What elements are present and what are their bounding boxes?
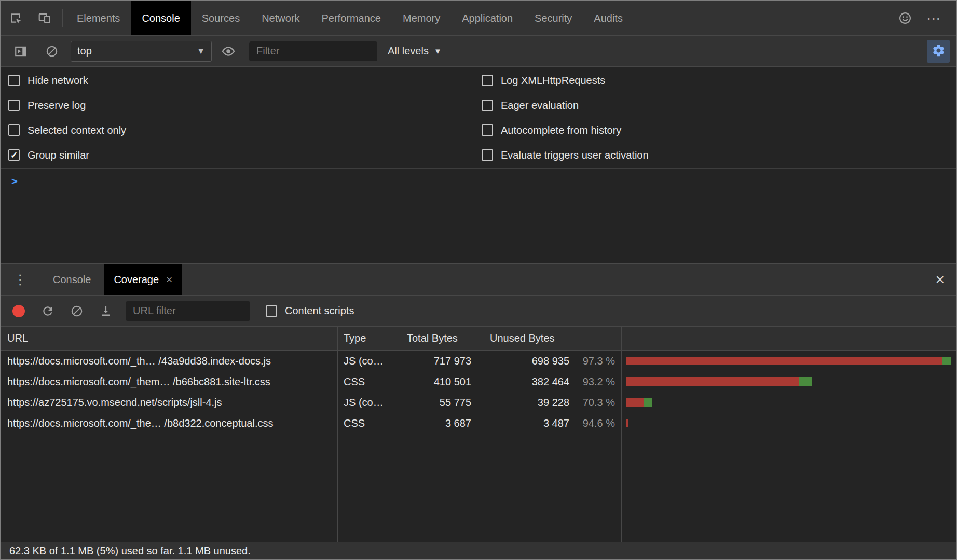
console-filter-input[interactable] bbox=[249, 41, 377, 61]
column-header-unused-bytes[interactable]: Unused Bytes bbox=[484, 332, 621, 344]
checkbox-autocomplete-from-history[interactable]: Autocomplete from history bbox=[482, 118, 956, 143]
cell-unused-bytes: 698 935 97.3 % bbox=[484, 355, 621, 367]
coverage-table: URL Type Total Bytes Unused Bytes https:… bbox=[1, 327, 956, 542]
checkbox-content-scripts[interactable]: Content scripts bbox=[266, 305, 354, 317]
console-settings-panel: Hide network Preserve log Selected conte… bbox=[1, 67, 956, 169]
cell-total-bytes: 717 973 bbox=[401, 355, 484, 367]
tab-sources[interactable]: Sources bbox=[191, 1, 251, 35]
record-coverage-button[interactable] bbox=[4, 305, 33, 317]
cell-url: https://docs.microsoft.com/_them… /b66bc… bbox=[1, 376, 337, 388]
checkbox-label: Preserve log bbox=[28, 100, 86, 111]
checkbox-box[interactable] bbox=[482, 149, 493, 161]
column-divider[interactable] bbox=[337, 327, 338, 542]
cell-total-bytes: 410 501 bbox=[401, 376, 484, 388]
device-toolbar-button[interactable] bbox=[30, 1, 59, 35]
feedback-button[interactable] bbox=[891, 11, 920, 25]
table-row[interactable]: https://docs.microsoft.com/_them… /b66bc… bbox=[1, 371, 956, 392]
drawer-menu-button[interactable]: ⋮ bbox=[1, 264, 39, 295]
drawer-tab-coverage[interactable]: Coverage × bbox=[104, 264, 182, 295]
smiley-icon bbox=[898, 11, 912, 25]
context-value: top bbox=[77, 45, 92, 57]
url-filter-input[interactable] bbox=[126, 301, 250, 321]
tab-security[interactable]: Security bbox=[524, 1, 583, 35]
console-toolbar: top ▼ All levels ▼ bbox=[1, 36, 956, 67]
console-messages-area[interactable]: > bbox=[1, 169, 956, 263]
checkbox-box[interactable]: ✓ bbox=[8, 149, 20, 161]
checkbox-box[interactable] bbox=[8, 100, 20, 111]
tab-application[interactable]: Application bbox=[451, 1, 524, 35]
cell-unused-bytes: 382 464 93.2 % bbox=[484, 376, 621, 388]
checkbox-box[interactable] bbox=[482, 124, 493, 136]
cell-usage-bar bbox=[621, 377, 956, 386]
column-divider[interactable] bbox=[621, 327, 622, 542]
table-row[interactable]: https://az725175.vo.msecnd.net/scripts/j… bbox=[1, 392, 956, 413]
checkbox-box[interactable] bbox=[482, 100, 493, 111]
tab-console[interactable]: Console bbox=[131, 1, 190, 35]
table-row[interactable]: https://docs.microsoft.com/_th… /43a9dd3… bbox=[1, 351, 956, 371]
cell-total-bytes: 55 775 bbox=[401, 397, 484, 409]
column-divider[interactable] bbox=[401, 327, 401, 542]
tab-performance[interactable]: Performance bbox=[311, 1, 392, 35]
settings-column-left: Hide network Preserve log Selected conte… bbox=[1, 68, 482, 168]
cell-usage-bar bbox=[621, 357, 956, 365]
clear-coverage-button[interactable] bbox=[62, 304, 91, 318]
tab-audits[interactable]: Audits bbox=[583, 1, 634, 35]
toolbar-divider bbox=[62, 9, 63, 27]
inspect-element-button[interactable] bbox=[1, 1, 30, 35]
export-coverage-button[interactable] bbox=[91, 304, 120, 318]
unused-bytes-value: 39 228 bbox=[484, 397, 569, 409]
block-icon bbox=[70, 304, 84, 318]
overflow-menu-icon: ⋯ bbox=[926, 10, 942, 27]
close-tab-icon[interactable]: × bbox=[166, 273, 172, 286]
checkbox-log-xmlhttprequests[interactable]: Log XMLHttpRequests bbox=[482, 68, 956, 93]
unused-bytes-value: 698 935 bbox=[484, 355, 569, 367]
log-levels-dropdown[interactable]: All levels ▼ bbox=[388, 45, 442, 57]
cell-url: https://docs.microsoft.com/_the… /b8d322… bbox=[1, 417, 337, 429]
column-header-total-bytes[interactable]: Total Bytes bbox=[401, 332, 484, 344]
close-drawer-button[interactable]: × bbox=[924, 264, 956, 295]
checkbox-evaluate-triggers-user-activation[interactable]: Evaluate triggers user activation bbox=[482, 143, 956, 167]
cell-url: https://docs.microsoft.com/_th… /43a9dd3… bbox=[1, 355, 337, 367]
checkbox-eager-evaluation[interactable]: Eager evaluation bbox=[482, 93, 956, 118]
checkbox-preserve-log[interactable]: Preserve log bbox=[8, 93, 482, 118]
checkbox-selected-context-only[interactable]: Selected context only bbox=[8, 118, 482, 143]
drawer-tab-console[interactable]: Console bbox=[39, 264, 104, 295]
main-tabbar: Elements Console Sources Network Perform… bbox=[1, 1, 956, 36]
tab-elements[interactable]: Elements bbox=[66, 1, 131, 35]
console-sidebar-toggle-button[interactable] bbox=[6, 45, 35, 58]
coverage-table-header[interactable]: URL Type Total Bytes Unused Bytes bbox=[1, 327, 956, 351]
column-header-type[interactable]: Type bbox=[337, 332, 401, 344]
console-settings-button[interactable] bbox=[927, 40, 950, 63]
bar-used bbox=[644, 398, 651, 407]
cell-unused-bytes: 39 228 70.3 % bbox=[484, 397, 621, 409]
cell-url: https://az725175.vo.msecnd.net/scripts/j… bbox=[1, 397, 337, 409]
checkbox-box[interactable] bbox=[8, 124, 20, 136]
javascript-context-selector[interactable]: top ▼ bbox=[71, 41, 212, 62]
tab-memory[interactable]: Memory bbox=[392, 1, 451, 35]
table-row[interactable]: https://docs.microsoft.com/_the… /b8d322… bbox=[1, 413, 956, 433]
unused-bytes-value: 382 464 bbox=[484, 376, 569, 388]
cell-usage-bar bbox=[621, 398, 956, 407]
checkbox-box[interactable] bbox=[8, 75, 20, 86]
live-expression-button[interactable] bbox=[214, 44, 243, 59]
bar-unused bbox=[626, 398, 644, 407]
main-menu-button[interactable]: ⋯ bbox=[920, 10, 949, 27]
checkbox-box[interactable] bbox=[482, 75, 493, 86]
cell-type: JS (co… bbox=[337, 397, 401, 409]
reload-coverage-button[interactable] bbox=[33, 304, 62, 318]
column-divider[interactable] bbox=[484, 327, 484, 542]
eye-icon bbox=[221, 44, 236, 59]
checkbox-label: Hide network bbox=[28, 75, 88, 87]
checkbox-box[interactable] bbox=[266, 305, 277, 317]
cell-type: CSS bbox=[337, 417, 401, 429]
tab-network[interactable]: Network bbox=[251, 1, 310, 35]
clear-console-button[interactable] bbox=[37, 45, 66, 58]
devtools-window: Elements Console Sources Network Perform… bbox=[0, 0, 957, 560]
settings-column-right: Log XMLHttpRequests Eager evaluation Aut… bbox=[482, 68, 956, 168]
checkbox-hide-network[interactable]: Hide network bbox=[8, 68, 482, 93]
unused-percent-value: 97.3 % bbox=[569, 355, 621, 367]
checkbox-group-similar[interactable]: ✓ Group similar bbox=[8, 143, 482, 167]
bar-used bbox=[799, 377, 812, 386]
coverage-summary-text: 62.3 KB of 1.1 MB (5%) used so far. 1.1 … bbox=[9, 545, 251, 557]
column-header-url[interactable]: URL bbox=[1, 332, 337, 344]
